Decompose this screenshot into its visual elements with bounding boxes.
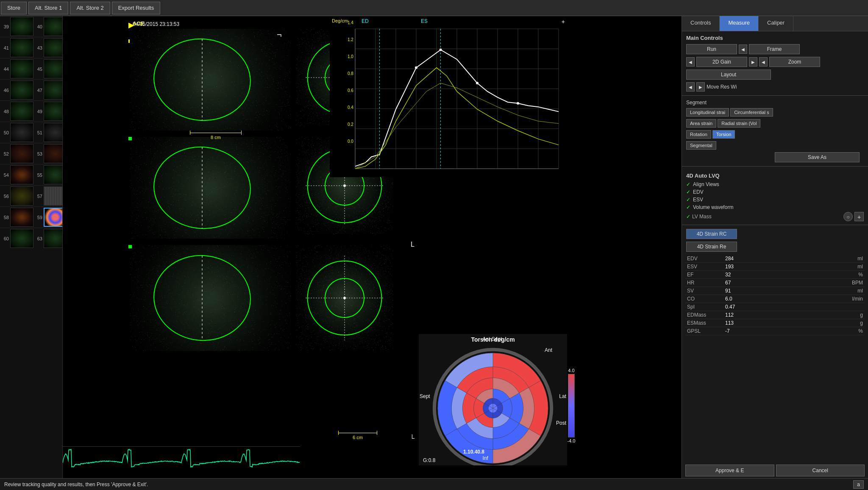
list-item: 50 51 — [0, 122, 62, 143]
table-row-edmass: EDMass 112 g — [685, 311, 865, 319]
circumferential-strain-button[interactable]: Circumferential s — [730, 108, 773, 117]
y-val-10: 1.0 — [348, 54, 353, 59]
lv-mass-add-button[interactable]: + — [854, 212, 864, 221]
shortcut-key: a — [853, 480, 864, 489]
approve-exit-button[interactable]: Approve & E — [685, 465, 774, 476]
thumbnail-60[interactable] — [10, 229, 33, 248]
imaging-area: ACE 04/05/2015 23:13:53 ▶ — [63, 16, 682, 478]
tab-controls[interactable]: Controls — [682, 16, 720, 31]
scale-min: -4.0 — [568, 438, 576, 443]
lv-mass-row: ✓ LV Mass ○ + — [682, 211, 868, 222]
gain-dec-button[interactable]: ◀ — [686, 57, 695, 67]
thumbnail-63[interactable] — [44, 229, 63, 248]
view-mid-left[interactable] — [130, 137, 291, 239]
top-bar: Store Alt. Store 1 Alt. Store 2 Export R… — [0, 0, 868, 16]
strain-re-button[interactable]: 4D Strain Re — [686, 242, 737, 252]
frame-button[interactable]: Frame — [749, 44, 800, 54]
list-item: 48 49 — [0, 101, 62, 122]
run-button[interactable]: Run — [686, 44, 737, 54]
polar-label-lat: Lat — [559, 393, 566, 399]
volume-waveform-checkbox[interactable]: ✓ — [686, 204, 690, 210]
thumbnail-53[interactable] — [44, 144, 63, 163]
segment-label: Segment — [686, 100, 712, 106]
thumbnail-44[interactable] — [10, 59, 33, 78]
datetime-label: 04/05/2015 23:13:53 — [133, 21, 179, 27]
esv-checkbox[interactable]: ✓ — [686, 197, 690, 203]
divider-1 — [682, 95, 868, 96]
torsion-button[interactable]: Torsion — [712, 130, 735, 139]
export-results-button[interactable]: Export Results — [112, 2, 161, 14]
tab-measure[interactable]: Measure — [720, 16, 759, 31]
align-views-checkbox[interactable]: ✓ — [686, 181, 690, 187]
table-row-esv: ESV 193 ml — [685, 263, 865, 271]
thumbnail-52[interactable] — [10, 144, 33, 163]
thumbnail-40[interactable] — [44, 17, 63, 36]
list-item: 44 45 — [0, 58, 62, 80]
ruler-6cm: 6 cm — [338, 431, 377, 440]
cancel-button[interactable]: Cancel — [776, 465, 865, 476]
thumbnail-58[interactable] — [10, 208, 33, 227]
view-bot-right[interactable] — [296, 245, 393, 351]
thumbnail-56[interactable] — [10, 187, 33, 206]
store-button[interactable]: Store — [1, 2, 27, 14]
graph-canvas — [330, 16, 567, 177]
thumbnail-46[interactable] — [10, 81, 33, 100]
esv-label: ESV — [693, 197, 703, 203]
zoom-button[interactable]: Zoom — [769, 57, 820, 67]
strain-buttons-4: Segmental — [682, 140, 868, 151]
zoom-dec-button[interactable]: ◀ — [759, 57, 768, 67]
area-strain-button[interactable]: Area strain — [686, 119, 716, 128]
view-top-left[interactable] — [130, 29, 291, 131]
gain-button[interactable]: 2D Gain — [696, 57, 747, 67]
table-row-sv: SV 91 ml — [685, 287, 865, 295]
thumbnail-50[interactable] — [10, 123, 33, 142]
alt-store-1-button[interactable]: Alt. Store 1 — [28, 2, 68, 14]
graph-add-button[interactable]: + — [562, 18, 565, 25]
thumbnail-51[interactable] — [44, 123, 63, 142]
thumbnail-54[interactable] — [10, 165, 33, 184]
thumbnail-59[interactable] — [44, 208, 63, 227]
move-res-prev[interactable]: ◀ — [686, 82, 695, 92]
longitudinal-strain-button[interactable]: Longitudinal strai — [686, 108, 729, 117]
segmental-button[interactable]: Segmental — [686, 141, 716, 150]
list-item: 56 57 — [0, 186, 62, 207]
thumbnail-49[interactable] — [44, 102, 63, 121]
volume-waveform-row: ✓ Volume waveform — [682, 203, 868, 211]
action-buttons: Approve & E Cancel — [682, 463, 868, 478]
y-val-12: 1.2 — [348, 37, 353, 42]
thumbnail-43[interactable] — [44, 38, 63, 57]
run-prev-button[interactable]: ◀ — [739, 45, 747, 54]
tab-caliper[interactable]: Caliper — [759, 16, 793, 31]
radial-strain-button[interactable]: Radial strain (Vol — [718, 119, 760, 128]
lv-mass-info-button[interactable]: ○ — [843, 212, 853, 221]
thumbnail-57[interactable] — [44, 187, 63, 206]
y-val-02: 0.2 — [348, 122, 353, 127]
thumbnail-39[interactable] — [10, 17, 33, 36]
thumbnail-41[interactable] — [10, 38, 33, 57]
color-scale: 4.0 -4.0 — [567, 368, 576, 444]
strain-rc-row: 4D Strain RC — [682, 228, 868, 240]
save-as-button[interactable]: Save As — [775, 152, 860, 162]
scale-max: 4.0 — [568, 368, 574, 373]
gain-inc-button[interactable]: ▶ — [749, 57, 757, 67]
align-views-label: Align Views — [693, 181, 719, 187]
alt-store-2-button[interactable]: Alt. Store 2 — [70, 2, 110, 14]
edv-checkbox[interactable]: ✓ — [686, 189, 690, 195]
tab-bar: Controls Measure Caliper — [682, 16, 868, 31]
right-panel: Controls Measure Caliper Main Controls R… — [682, 16, 868, 478]
lv-mass-checkbox[interactable]: ✓ — [686, 214, 690, 220]
thumbnail-55[interactable] — [44, 165, 63, 184]
rotation-button[interactable]: Rotation — [686, 130, 711, 139]
orientation-marker: ▶ — [128, 20, 134, 30]
view-bot-left[interactable] — [130, 245, 291, 351]
polar-label-sept: Sept — [420, 393, 430, 399]
move-res-next[interactable]: ▶ — [696, 82, 705, 92]
thumbnail-45[interactable] — [44, 59, 63, 78]
strain-rc-button[interactable]: 4D Strain RC — [686, 229, 737, 239]
status-bar: Review tracking quality and results, the… — [0, 478, 868, 490]
layout-button[interactable]: Layout — [686, 70, 771, 80]
thumbnail-48[interactable] — [10, 102, 33, 121]
bracket-tr: ¬ — [277, 30, 282, 39]
thumbnail-47[interactable] — [44, 81, 63, 100]
move-res-label: Move Res Wi — [707, 84, 864, 90]
